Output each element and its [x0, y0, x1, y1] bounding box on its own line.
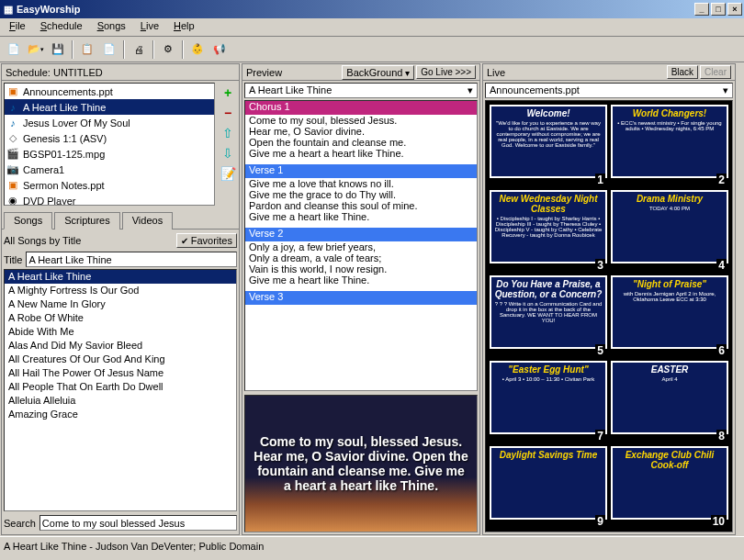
bible-icon: ◇: [6, 132, 19, 145]
song-item[interactable]: A Heart Like Thine: [5, 270, 236, 284]
add-button[interactable]: +: [219, 84, 237, 101]
separator: [152, 40, 154, 59]
schedule-label: Schedule: UNTITLED: [6, 67, 103, 78]
schedule-item[interactable]: ▣Announcements.ppt: [5, 84, 214, 99]
song-item[interactable]: Amazing Grace: [5, 408, 236, 421]
menu-schedule[interactable]: Schedule: [33, 18, 90, 36]
slide-thumb[interactable]: New Wednesday Night Classes• Discipleshi…: [490, 190, 607, 272]
ppt-icon: ▣: [6, 85, 19, 98]
black-button[interactable]: Black: [667, 65, 698, 79]
schedule-item[interactable]: 📷Camera1: [5, 162, 214, 177]
songs-tabs: SongsScripturesVideos: [2, 211, 239, 230]
lyrics-panel[interactable]: Chorus 1Come to my soul, blessed Jesus.H…: [244, 100, 478, 391]
nursery-button[interactable]: 👶: [187, 39, 208, 60]
song-item[interactable]: Alleluia Alleluia: [5, 394, 236, 408]
slide-thumb[interactable]: Welcome!"We'd like for you to experience…: [490, 105, 607, 186]
song-item[interactable]: All Hail The Power Of Jesus Name: [5, 366, 236, 380]
golive-button[interactable]: Go Live >>>: [416, 65, 476, 79]
schedule-item[interactable]: 🎬BGSP01-125.mpg: [5, 146, 214, 162]
menu-live[interactable]: Live: [133, 18, 166, 36]
slide-grid[interactable]: Welcome!"We'd like for you to experience…: [485, 100, 733, 532]
lyrics-section-body[interactable]: Only a joy, a few brief years,Only a dre…: [245, 241, 477, 291]
schedule-item[interactable]: ▣Sermon Notes.ppt: [5, 177, 214, 193]
separator: [72, 40, 73, 59]
search-label: Search: [4, 518, 36, 529]
song-item[interactable]: Alas And Did My Savior Bleed: [5, 339, 236, 353]
title-input[interactable]: [26, 252, 237, 267]
menu-help[interactable]: Help: [166, 18, 202, 36]
remove-button[interactable]: −: [219, 105, 237, 121]
paste-button[interactable]: 📄: [99, 39, 119, 60]
slide-thumb[interactable]: "Night of Praise"with Dennis Jernigan Ap…: [611, 275, 728, 357]
status-text: A Heart Like Thine - Judson Van DeVenter…: [4, 541, 264, 552]
search-input[interactable]: [39, 515, 237, 531]
move-down-button[interactable]: ⇩: [219, 145, 237, 162]
separator: [182, 40, 184, 59]
slide-thumb[interactable]: EASTERApril 48: [611, 361, 728, 442]
schedule-item[interactable]: ◉DVD Player: [5, 193, 214, 206]
menubar: FileScheduleSongsLiveHelp: [0, 18, 744, 37]
live-title[interactable]: Announcements.ppt ▾: [485, 83, 733, 98]
dvd-icon: ◉: [6, 195, 19, 207]
song-item[interactable]: A Mighty Fortress Is Our God: [5, 284, 236, 297]
notes-button[interactable]: 📝: [219, 165, 237, 182]
slide-thumb[interactable]: World Changers!• ECC's newest ministry •…: [611, 105, 728, 186]
slide-thumb[interactable]: Daylight Savings Time9: [490, 446, 607, 528]
open-button[interactable]: 📂▾: [26, 39, 46, 60]
toolbar: 📄 📂▾ 💾 📋 📄 🖨 ⚙ 👶 📢: [0, 37, 744, 62]
preview-slide[interactable]: Come to my soul, blessed Jesus. Hear me,…: [244, 395, 478, 532]
separator: [123, 40, 125, 59]
menu-file[interactable]: File: [2, 18, 33, 36]
lyrics-section-header[interactable]: Chorus 1: [245, 101, 477, 115]
song-list[interactable]: A Heart Like ThineA Mighty Fortress Is O…: [4, 269, 237, 511]
alert-button[interactable]: 📢: [209, 39, 230, 60]
song-item[interactable]: All Creatures Of Our God And King: [5, 353, 236, 366]
slide-thumb[interactable]: Drama MinistryTODAY 4:00 PM4: [611, 190, 728, 272]
slide-thumb[interactable]: "Easter Egg Hunt"• April 3 • 10:00 – 11:…: [490, 361, 607, 442]
schedule-header: Schedule: UNTITLED: [2, 64, 239, 81]
song-item[interactable]: A New Name In Glory: [5, 297, 236, 311]
new-button[interactable]: 📄: [4, 39, 24, 60]
save-button[interactable]: 💾: [48, 39, 68, 60]
tab-scriptures[interactable]: Scriptures: [54, 212, 120, 230]
minimize-button[interactable]: _: [694, 3, 709, 16]
background-button[interactable]: BackGround ▾: [342, 65, 414, 80]
lyrics-section-body[interactable]: Come to my soul, blessed Jesus.Hear me, …: [245, 115, 477, 164]
ppt-icon: ▣: [6, 179, 19, 192]
title-label: Title: [4, 254, 22, 265]
statusbar: A Heart Like Thine - Judson Van DeVenter…: [0, 536, 744, 554]
tab-videos[interactable]: Videos: [122, 212, 173, 230]
move-up-button[interactable]: ⇧: [219, 125, 237, 141]
tab-songs[interactable]: Songs: [4, 212, 52, 230]
schedule-item[interactable]: ◇Genesis 1:1 (ASV): [5, 130, 214, 146]
app-title: EasyWorship: [17, 4, 694, 15]
song-item[interactable]: All People That On Earth Do Dwell: [5, 380, 236, 394]
favorites-button[interactable]: ✔ Favorites: [176, 233, 237, 248]
schedule-list[interactable]: ▣Announcements.ppt♪A Heart Like Thine♪Je…: [4, 83, 215, 206]
schedule-item[interactable]: ♪Jesus Lover Of My Soul: [5, 115, 214, 130]
cam-icon: 📷: [6, 163, 19, 176]
lyrics-section-body[interactable]: Give me a love that knows no ill.Give me…: [245, 178, 477, 228]
video-icon: 🎬: [6, 148, 19, 161]
menu-songs[interactable]: Songs: [90, 18, 133, 36]
lyrics-section-header[interactable]: Verse 3: [245, 291, 477, 305]
app-icon: ▦: [4, 4, 13, 16]
print-button[interactable]: 🖨: [129, 39, 149, 60]
lyrics-section-header[interactable]: Verse 2: [245, 228, 477, 241]
song-item[interactable]: Abide With Me: [5, 325, 236, 339]
titlebar: ▦ EasyWorship _ □ ×: [0, 0, 744, 18]
songs-sort-dropdown[interactable]: All Songs by Title: [4, 235, 173, 246]
live-label: Live: [487, 67, 505, 78]
song-icon: ♪: [6, 117, 19, 129]
lyrics-section-header[interactable]: Verse 1: [245, 164, 477, 178]
close-button[interactable]: ×: [727, 3, 742, 16]
slide-thumb[interactable]: Exchange Club Chili Cook-off10: [611, 446, 728, 528]
slide-thumb[interactable]: Do You Have a Praise, a Question, or a C…: [490, 275, 607, 357]
schedule-item[interactable]: ♪A Heart Like Thine: [5, 99, 214, 115]
copy-button[interactable]: 📋: [77, 39, 97, 60]
options-button[interactable]: ⚙: [158, 39, 178, 60]
preview-title[interactable]: A Heart Like Thine ▾: [244, 83, 478, 98]
clear-button[interactable]: Clear: [700, 65, 731, 79]
song-item[interactable]: A Robe Of White: [5, 311, 236, 325]
maximize-button[interactable]: □: [711, 3, 726, 16]
